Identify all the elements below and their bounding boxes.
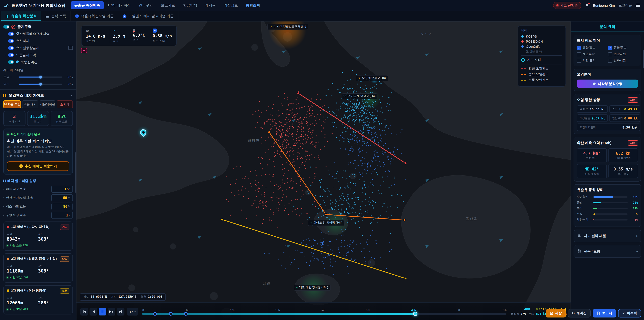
toggle-on-icon[interactable] — [8, 60, 14, 64]
mode-button-2[interactable]: 수동 배치 — [22, 100, 38, 108]
section-owner-insurance[interactable]: 선주 / 보험▸ — [574, 245, 641, 258]
layer-item-4[interactable]: ▸드론금지구역 — [0, 51, 76, 58]
mode-button-3[interactable]: 시뮬레이션 — [40, 100, 55, 108]
section-vessel-specs[interactable]: 사고 선박 제원▸ — [574, 229, 641, 242]
defense-line-card-1[interactable]: 1차 방어선 (고강도 차단형)긴급길이8043m각도303°차단 효율 92% — [3, 221, 73, 250]
setting-input[interactable]: 1× — [51, 212, 73, 219]
display-checkbox-6[interactable]: 날짜시간 — [608, 58, 638, 63]
display-checkboxes: ✓유향/유속✓풍향/풍속해안부착민감자원시간 표시날짜시간 — [577, 46, 638, 63]
nav-item-1[interactable]: 유출유 확산예측 — [70, 1, 104, 10]
poi-label-1[interactable]: ⚠여자만 갯벌보호구역 (6h) — [268, 24, 308, 30]
play-pause-button[interactable] — [98, 308, 106, 315]
fence-time-marker-1[interactable] — [153, 312, 157, 316]
poi-label-2[interactable]: ☀송포 해수욕장 (1h) — [356, 75, 388, 81]
nav-item-7[interactable]: 기상정보 — [220, 1, 242, 10]
card-metrics: 길이11180m각도303° — [7, 264, 70, 273]
setting-label: 해류 직교 보정 — [3, 187, 49, 191]
toggle-on-icon[interactable] — [8, 32, 14, 36]
menu-icon[interactable] — [636, 3, 640, 8]
toggle-on-icon[interactable] — [8, 46, 14, 50]
playhead[interactable] — [413, 311, 418, 316]
display-checkbox-1[interactable]: ✓유향/유속 — [577, 46, 607, 50]
fence-time-marker-2[interactable] — [169, 312, 172, 316]
tab-2[interactable]: 분석 목록 — [42, 11, 71, 21]
fence-time-marker-3[interactable] — [184, 312, 188, 316]
logout-button[interactable]: 로그아웃 — [618, 3, 632, 8]
setting-input[interactable]: 80% — [51, 203, 73, 210]
layer-group-restricted[interactable]: 금지구역 — [0, 23, 76, 30]
setting-input[interactable]: 60분 — [51, 194, 73, 201]
layer-item-2[interactable]: ▸유처리제 — [0, 37, 76, 44]
nav-item-8[interactable]: 통합조회 — [242, 1, 264, 10]
poi-label-3[interactable]: ≈목도 진해 양식장 (3h) — [342, 93, 377, 99]
action-confirm-button[interactable]: ✓이주적 — [618, 309, 641, 317]
weathering-bars: 수면확산58%증발22%분산12%유화5%해안부착3% — [577, 195, 638, 222]
nav-item-2[interactable]: HNS·대기확산 — [104, 1, 134, 10]
setting-input[interactable]: 15° — [51, 185, 73, 192]
tab-analysis-summary[interactable]: 분석 요약 — [571, 22, 644, 32]
nav-item-3[interactable]: 긴급구난 — [135, 1, 157, 10]
checkbox-box[interactable]: ✓ — [608, 46, 612, 50]
poi-label-4[interactable]: ≈화태도 김 양식장 (10h) — [308, 220, 345, 226]
fast-forward-button[interactable] — [108, 308, 116, 315]
display-checkbox-2[interactable]: ✓풍향/풍속 — [608, 46, 638, 50]
fence-guide-header[interactable]: 오일펜스 배치 가이드 ▼ — [3, 93, 73, 98]
slider-knob[interactable] — [39, 83, 42, 85]
nav-item-5[interactable]: 항공탐색 — [180, 1, 201, 10]
tab-1[interactable]: 유출유 확산분석 — [1, 11, 42, 21]
incident-status-badge[interactable]: 사고 진행중 — [553, 2, 581, 9]
weather-metric-3: 6.3°C수온 — [129, 29, 148, 43]
slider-track[interactable] — [19, 77, 62, 78]
checkbox-box[interactable] — [577, 59, 581, 63]
nav-item-4[interactable]: 보고자료 — [157, 1, 179, 10]
notifications-button[interactable] — [585, 3, 589, 8]
slider-knob[interactable] — [39, 76, 42, 78]
defense-line-card-2[interactable]: 2차 방어선 (외해용 중형 포위형)중요길이11180m각도303°차단 효율… — [3, 253, 73, 282]
defense-line-card-3[interactable]: 3차 방어선 (연안 경량형)보통길이12065m각도288°차단 효율 78% — [3, 285, 73, 314]
sidebar-scrollbar[interactable] — [75, 152, 76, 193]
legend-divider — [521, 64, 562, 65]
user-name[interactable]: Eunjeong Kim — [593, 3, 615, 8]
info-icon: i — [75, 14, 79, 18]
step-back-button[interactable] — [90, 308, 97, 315]
tab-3[interactable]: i유출유확산모델 이론 — [71, 11, 118, 21]
checkbox-box[interactable] — [608, 52, 612, 56]
toggle-on-icon[interactable] — [3, 25, 10, 28]
polygon-analysis-button[interactable]: 다각형 분석수행 — [577, 80, 638, 88]
magenta-marker-button[interactable] — [81, 48, 87, 53]
display-checkbox-3[interactable]: 해안부착 — [577, 52, 607, 56]
nav-item-6[interactable]: 게시판 — [202, 1, 220, 10]
skip-end-button[interactable] — [117, 308, 124, 315]
display-checkbox-5[interactable]: 시간 표시 — [577, 58, 607, 63]
checkbox-box[interactable] — [608, 59, 612, 63]
apply-recommendation-button[interactable]: 추천 배치안 적용하기 — [7, 161, 69, 171]
layer-item-5[interactable]: ▸북방한계선 — [0, 58, 76, 66]
slider-track[interactable] — [19, 84, 62, 85]
mode-button-1[interactable]: AI 자동 추천 — [3, 100, 21, 108]
logo[interactable]: 해양환경 위기대응 통합시스템 — [4, 3, 65, 8]
display-checkbox-4[interactable]: 민감자원 — [608, 52, 638, 56]
danger-badge: 위험 — [628, 140, 638, 146]
tab-4[interactable]: i오일펜스 배치 알고리즘 이론 — [118, 11, 178, 21]
recommendation-title: 확산 예측 기반 최적 배치안 — [7, 139, 69, 144]
poi-label-5[interactable]: ≈개도 해안 양식장 (18h) — [294, 284, 330, 290]
toggle-on-icon[interactable] — [8, 39, 14, 43]
timeline-track[interactable] — [142, 313, 507, 315]
toggle-on-icon[interactable] — [8, 53, 14, 57]
fence-stat-2: 31.3km총 길이 — [27, 111, 49, 126]
checkbox-box[interactable]: ✓ — [577, 46, 581, 50]
action-recalculate-button[interactable]: ↻재계산 — [568, 309, 590, 317]
skip-start-button[interactable] — [80, 308, 88, 315]
action-save-button[interactable]: 저장 — [546, 309, 566, 317]
layer-item-1[interactable]: ▸황산화물배출규제지역 — [0, 30, 76, 37]
layer-item-3[interactable]: ▸유조선통항금지 — [0, 44, 76, 51]
checkbox-box[interactable] — [577, 52, 581, 56]
map-canvas[interactable] — [76, 22, 570, 320]
speed-select[interactable]: 1×▾ — [127, 308, 138, 315]
map-area[interactable]: 여수시화양면남면돌산읍⚠여자만 갯벌보호구역 (6h)☀송포 해수욕장 (1h)… — [76, 22, 570, 320]
layer-options-icon[interactable] — [68, 46, 73, 50]
panel-scrollbar[interactable] — [643, 50, 644, 69]
mode-button-4[interactable]: 초기화 — [57, 100, 73, 108]
action-report-button[interactable]: 보고서 — [593, 309, 616, 317]
metric-label: 유출량 — [580, 107, 588, 111]
